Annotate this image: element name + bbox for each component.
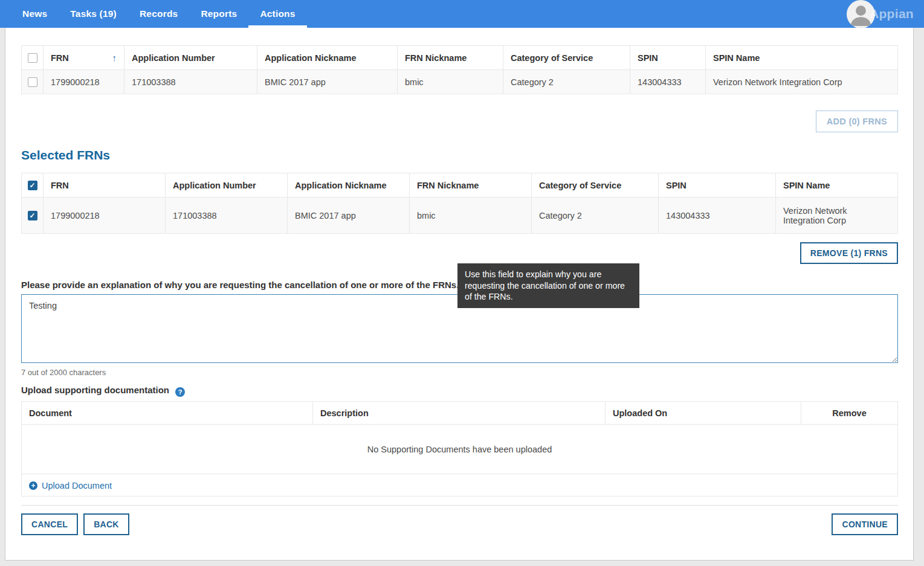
continue-button[interactable]: CONTINUE — [832, 513, 898, 535]
cell-spin-name: Verizon Network Integration Corp — [706, 70, 898, 94]
select-all-checkbox[interactable] — [28, 181, 37, 190]
cell-frn-nickname: bmic — [410, 198, 532, 234]
table-header-row: Document Description Uploaded On Remove — [22, 402, 898, 425]
column-header-spin: SPIN — [630, 46, 706, 70]
cell-application-nickname: BMIC 2017 app — [257, 70, 398, 94]
cell-category-of-service: Category 2 — [532, 198, 659, 234]
cell-application-number: 171003388 — [124, 70, 257, 94]
nav-tab-records[interactable]: Records — [128, 0, 189, 28]
help-icon[interactable]: ? — [175, 387, 185, 397]
column-header-frn: FRN — [51, 53, 69, 63]
table-header-row: FRN Application Number Application Nickn… — [22, 173, 898, 198]
upload-document-link[interactable]: + Upload Document — [29, 481, 112, 490]
row-select-checkbox[interactable] — [28, 77, 37, 87]
column-header-application-number: Application Number — [166, 173, 288, 198]
column-header-application-nickname: Application Nickname — [257, 46, 398, 70]
column-header-remove: Remove — [801, 402, 898, 425]
footer-divider — [21, 505, 898, 506]
table-row: 1799000218 171003388 BMIC 2017 app bmic … — [22, 70, 898, 94]
cell-frn-nickname: bmic — [398, 70, 503, 94]
remove-frns-button[interactable]: REMOVE (1) FRNS — [800, 242, 898, 264]
selected-frns-heading: Selected FRNs — [21, 148, 898, 162]
column-header-spin: SPIN — [659, 173, 776, 198]
top-navigation-bar: News Tasks (19) Records Reports Actions … — [0, 0, 924, 28]
row-select-checkbox[interactable] — [28, 211, 37, 220]
available-frns-table: FRN ↑ Application Number Application Nic… — [21, 45, 898, 94]
empty-state-message: No Supporting Documents have been upload… — [22, 425, 898, 474]
upload-documentation-label: Upload supporting documentation — [21, 385, 169, 395]
cell-spin-name: Verizon Network Integration Corp — [776, 198, 898, 234]
footer-actions: CANCEL BACK CONTINUE — [21, 513, 898, 535]
column-header-document: Document — [22, 402, 313, 425]
upload-documentation-label-row: Upload supporting documentation ? — [21, 385, 898, 397]
documents-table: Document Description Uploaded On Remove … — [21, 401, 898, 497]
column-header-frn: FRN — [44, 173, 166, 198]
character-count: 7 out of 2000 characters — [21, 368, 898, 377]
cell-frn: 1799000218 — [44, 198, 166, 234]
cell-application-number: 171003388 — [166, 198, 288, 234]
column-header-category-of-service: Category of Service — [532, 173, 659, 198]
column-header-application-nickname: Application Nickname — [288, 173, 410, 198]
column-header-spin-name: SPIN Name — [706, 46, 898, 70]
explanation-label: Please provide an explanation of why you… — [21, 280, 459, 290]
column-header-frn-nickname: FRN Nickname — [398, 46, 503, 70]
nav-tab-reports[interactable]: Reports — [189, 0, 248, 28]
cell-application-nickname: BMIC 2017 app — [288, 198, 410, 234]
column-header-category-of-service: Category of Service — [503, 46, 630, 70]
selected-frns-table: FRN Application Number Application Nickn… — [21, 173, 898, 234]
sort-ascending-icon[interactable]: ↑ — [112, 53, 117, 63]
upload-document-label: Upload Document — [42, 481, 112, 490]
column-header-uploaded-on: Uploaded On — [606, 402, 801, 425]
add-frns-button[interactable]: ADD (0) FRNS — [816, 111, 898, 132]
cancel-button[interactable]: CANCEL — [21, 513, 78, 535]
nav-tab-tasks[interactable]: Tasks (19) — [59, 0, 128, 28]
empty-state-row: No Supporting Documents have been upload… — [22, 425, 898, 474]
back-button[interactable]: BACK — [83, 513, 129, 535]
column-header-application-number: Application Number — [124, 46, 257, 70]
column-header-frn-nickname: FRN Nickname — [410, 173, 532, 198]
cell-frn: 1799000218 — [44, 70, 124, 94]
cell-spin: 143004333 — [659, 198, 776, 234]
column-header-description: Description — [313, 402, 606, 425]
plus-circle-icon: + — [29, 481, 37, 490]
upload-document-row: + Upload Document — [22, 474, 898, 497]
cell-category-of-service: Category 2 — [503, 70, 630, 94]
nav-tab-news[interactable]: News — [11, 0, 59, 28]
select-all-checkbox[interactable] — [28, 53, 37, 63]
cell-spin: 143004333 — [630, 70, 706, 94]
table-row: 1799000218 171003388 BMIC 2017 app bmic … — [22, 198, 898, 234]
appian-logo: Appian — [870, 0, 914, 28]
help-tooltip: Use this field to explain why you are re… — [457, 263, 639, 308]
column-header-spin-name: SPIN Name — [776, 173, 898, 198]
table-header-row: FRN ↑ Application Number Application Nic… — [22, 46, 898, 70]
nav-tab-actions[interactable]: Actions — [248, 0, 306, 28]
